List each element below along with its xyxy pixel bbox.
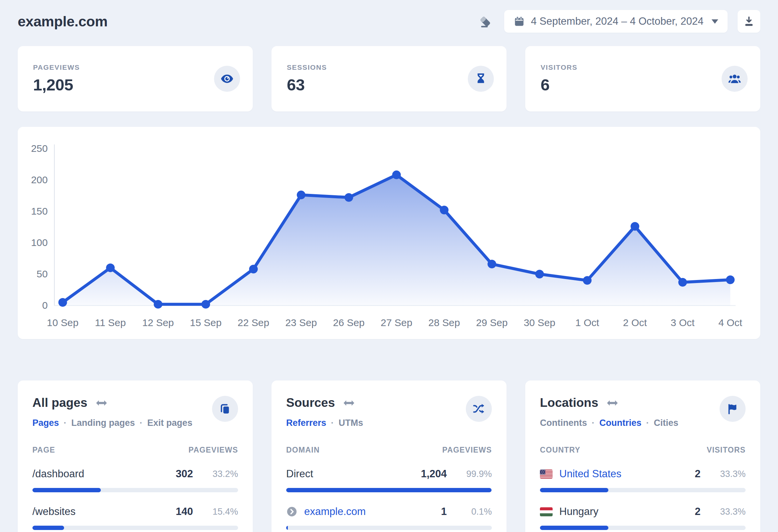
svg-text:150: 150: [31, 205, 48, 216]
svg-text:28 Sep: 28 Sep: [429, 317, 460, 328]
shuffle-icon: [472, 403, 485, 415]
row-percent: 33.3%: [701, 469, 746, 479]
source-name: Direct: [286, 468, 313, 480]
svg-text:100: 100: [31, 237, 48, 248]
sources-panel-action-button[interactable]: [466, 396, 492, 422]
tab-cities[interactable]: Cities: [641, 418, 679, 428]
clear-filters-button[interactable]: [477, 13, 494, 30]
svg-text:50: 50: [37, 268, 48, 279]
row-percent: 99.9%: [447, 469, 492, 479]
column-header-country: COUNTRY: [540, 446, 580, 455]
locations-table-header: COUNTRY VISITORS: [540, 446, 746, 455]
us-flag-icon: [540, 469, 553, 478]
country-link[interactable]: United States: [540, 468, 621, 480]
tab-continents[interactable]: Continents: [540, 418, 587, 428]
page-name: /dashboard: [32, 468, 84, 480]
column-header-pageviews: PAGEVIEWS: [189, 446, 238, 455]
date-range-picker[interactable]: 4 September, 2024 – 4 October, 2024: [504, 10, 727, 33]
stat-value: 1,205: [33, 75, 237, 94]
export-button[interactable]: [737, 10, 760, 33]
svg-text:30 Sep: 30 Sep: [524, 317, 555, 328]
svg-text:4 Oct: 4 Oct: [718, 317, 742, 328]
svg-text:10 Sep: 10 Sep: [47, 317, 78, 328]
top-bar-controls: 4 September, 2024 – 4 October, 2024: [477, 10, 760, 33]
svg-text:29 Sep: 29 Sep: [476, 317, 508, 328]
country-name: United States: [559, 468, 621, 480]
stat-cards-row: PAGEVIEWS 1,205 SESSIONS 63: [18, 46, 760, 111]
swap-horizontal-icon[interactable]: [96, 400, 107, 406]
panel-title: All pages: [32, 396, 87, 410]
row-value: 2: [695, 468, 701, 480]
locations-panel: Locations Continents Countries Cities: [525, 380, 760, 532]
source-name: example.com: [304, 506, 366, 518]
panel-title: Locations: [540, 396, 598, 410]
sources-table-header: DOMAIN PAGEVIEWS: [286, 446, 492, 455]
source-link[interactable]: example.com: [286, 506, 366, 518]
row-value: 302: [176, 468, 193, 480]
tab-referrers[interactable]: Referrers: [286, 418, 326, 428]
svg-text:27 Sep: 27 Sep: [381, 317, 412, 328]
site-title: example.com: [18, 13, 107, 30]
panel-title: Sources: [286, 396, 335, 410]
visitors-icon-badge: [721, 66, 748, 92]
hourglass-icon: [474, 72, 487, 85]
row-percent: 33.2%: [193, 469, 238, 479]
bottom-panels-row: All pages Pages Landing pages Exit pages: [18, 380, 760, 532]
column-header-visitors: VISITORS: [707, 446, 746, 455]
stat-label: SESSIONS: [287, 64, 491, 71]
row-value: 2: [695, 506, 701, 518]
column-header-domain: DOMAIN: [286, 446, 320, 455]
swap-horizontal-icon[interactable]: [343, 400, 354, 406]
stat-label: PAGEVIEWS: [33, 64, 237, 71]
row-value: 1,204: [421, 468, 447, 480]
swap-horizontal-icon[interactable]: [607, 400, 618, 406]
column-header-page: PAGE: [32, 446, 55, 455]
pageviews-chart-card: 05010015020025010 Sep11 Sep12 Sep15 Sep2…: [18, 127, 760, 339]
row-percent: 15.4%: [193, 507, 238, 517]
tab-countries[interactable]: Countries: [587, 418, 641, 428]
tab-exit-pages[interactable]: Exit pages: [135, 418, 192, 428]
flag-icon: [726, 403, 738, 415]
svg-text:0: 0: [42, 300, 48, 311]
dashboard-page: example.com 4 September, 20: [0, 0, 778, 532]
chevron-circle-icon: [286, 506, 298, 517]
sources-tabs: Referrers UTMs: [286, 418, 363, 428]
progress-bar: [540, 488, 746, 492]
svg-text:22 Sep: 22 Sep: [238, 317, 269, 328]
visitors-card: VISITORS 6: [525, 46, 760, 111]
copy-icon: [219, 403, 231, 415]
country-name: Hungary: [559, 506, 598, 518]
eraser-icon: [478, 14, 493, 29]
hungary-flag-icon: [540, 507, 553, 516]
svg-text:200: 200: [31, 174, 48, 185]
svg-text:2 Oct: 2 Oct: [623, 317, 647, 328]
svg-text:23 Sep: 23 Sep: [285, 317, 317, 328]
row-percent: 0.1%: [447, 507, 492, 517]
locations-tabs: Continents Countries Cities: [540, 418, 679, 428]
country-label: Hungary: [540, 506, 598, 518]
svg-text:250: 250: [31, 143, 48, 154]
tab-pages[interactable]: Pages: [32, 418, 59, 428]
pageviews-icon-badge: [214, 66, 240, 92]
stat-value: 6: [541, 75, 745, 94]
table-row: Hungary 2 33.3%: [540, 506, 746, 530]
sessions-icon-badge: [468, 66, 494, 92]
table-row: /websites 140 15.4%: [32, 506, 238, 530]
page-name: /websites: [32, 506, 75, 518]
pageviews-card: PAGEVIEWS 1,205: [18, 46, 253, 111]
table-row: Direct 1,204 99.9%: [286, 468, 492, 492]
pageviews-area-chart: 05010015020025010 Sep11 Sep12 Sep15 Sep2…: [31, 137, 747, 336]
progress-bar: [32, 526, 238, 530]
progress-bar: [32, 488, 238, 492]
row-value: 1: [441, 506, 447, 518]
svg-text:1 Oct: 1 Oct: [575, 317, 599, 328]
eye-icon: [220, 72, 234, 86]
svg-text:15 Sep: 15 Sep: [190, 317, 222, 328]
sources-panel: Sources Referrers UTMs: [271, 380, 507, 532]
locations-panel-action-button[interactable]: [719, 396, 746, 422]
pages-panel-action-button[interactable]: [212, 396, 238, 422]
tab-utms[interactable]: UTMs: [326, 418, 363, 428]
column-header-pageviews: PAGEVIEWS: [443, 446, 492, 455]
tab-landing-pages[interactable]: Landing pages: [59, 418, 135, 428]
top-bar: example.com 4 September, 20: [18, 10, 760, 33]
